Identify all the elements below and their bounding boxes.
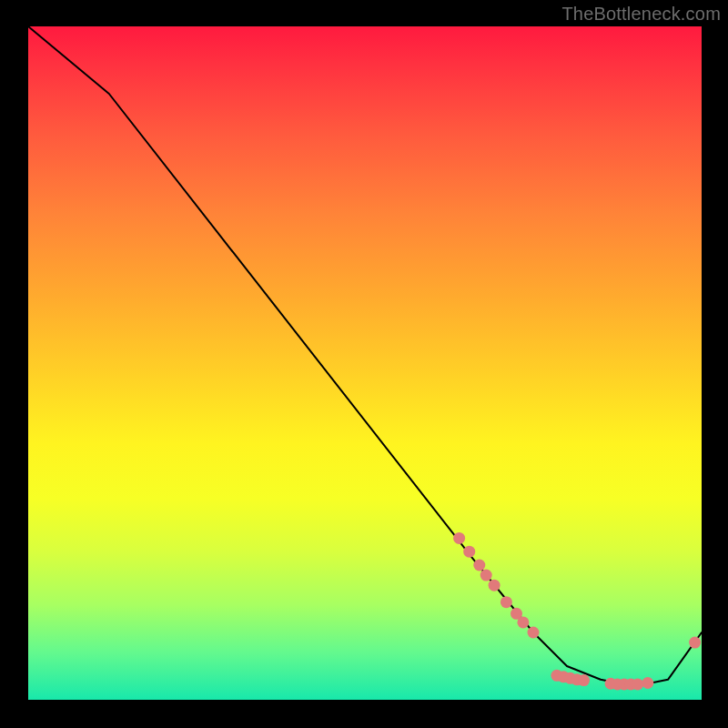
chart-stage: TheBottleneck.com bbox=[0, 0, 728, 728]
data-marker bbox=[642, 677, 653, 689]
marker-group bbox=[453, 532, 701, 691]
data-marker bbox=[578, 674, 590, 686]
data-marker bbox=[500, 596, 512, 608]
data-marker bbox=[528, 627, 540, 639]
data-marker bbox=[463, 546, 475, 558]
plot-area bbox=[28, 26, 702, 700]
data-marker bbox=[517, 616, 529, 628]
series-curve bbox=[28, 26, 702, 686]
data-marker bbox=[473, 560, 485, 571]
data-marker bbox=[453, 532, 465, 544]
data-marker bbox=[689, 637, 701, 649]
data-marker bbox=[489, 580, 500, 592]
data-marker bbox=[632, 678, 643, 690]
data-marker bbox=[480, 570, 492, 581]
chart-svg bbox=[28, 26, 702, 700]
watermark-text: TheBottleneck.com bbox=[561, 4, 721, 25]
